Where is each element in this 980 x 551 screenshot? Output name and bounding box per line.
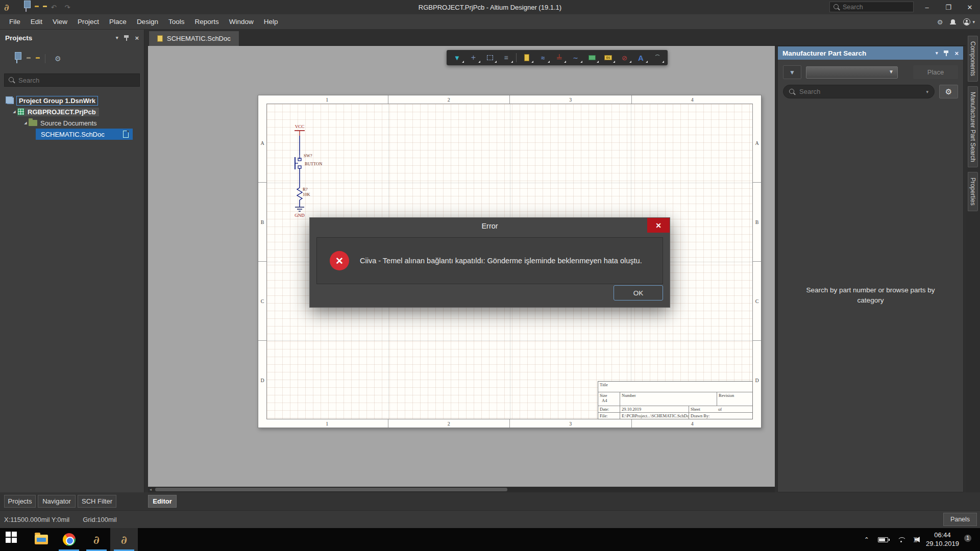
global-search-input[interactable] bbox=[843, 4, 910, 11]
project-tree: Project Group 1.DsnWrk ◢ RGBPROJECT.PrjP… bbox=[0, 95, 144, 140]
editor-tab[interactable]: Editor bbox=[148, 495, 177, 508]
switch-comment: BUTTON bbox=[305, 161, 322, 166]
panel-menu-chevron-icon[interactable]: ▾ bbox=[936, 51, 938, 56]
menu-project[interactable]: Project bbox=[72, 16, 104, 28]
menu-edit[interactable]: Edit bbox=[26, 16, 47, 28]
menu-help[interactable]: Help bbox=[259, 16, 283, 28]
menu-file[interactable]: File bbox=[4, 16, 26, 28]
preferences-gear-icon[interactable]: ⚙ bbox=[937, 18, 943, 26]
bottom-tab-sch-filter[interactable]: SCH Filter bbox=[78, 495, 116, 508]
panels-button[interactable]: Panels bbox=[943, 513, 977, 526]
undo-icon[interactable]: ↶ bbox=[51, 4, 57, 11]
altium-app-button[interactable]: ∂ bbox=[83, 528, 110, 551]
scroll-left-arrow-icon[interactable]: ◂ bbox=[148, 487, 154, 492]
panel-menu-chevron-icon[interactable]: ▾ bbox=[116, 35, 118, 40]
save-all-button[interactable] bbox=[26, 3, 27, 12]
selection-icon[interactable] bbox=[482, 52, 498, 64]
tree-expand-icon[interactable]: ◢ bbox=[22, 121, 29, 125]
user-icon bbox=[963, 18, 970, 26]
bottom-tab-row: Projects Navigator SCH Filter Editor bbox=[0, 492, 980, 510]
tab-components[interactable]: Components bbox=[968, 36, 978, 82]
place-directive-icon[interactable]: ⊘ bbox=[617, 52, 632, 64]
schematic-doc-label: SCHEMATIC.SchDoc bbox=[41, 131, 105, 138]
tree-item-project[interactable]: ◢ RGBPROJECT.PrjPcb bbox=[0, 106, 144, 117]
mps-empty-message: Search by part number or browse parts by… bbox=[801, 285, 940, 305]
taskbar-clock[interactable]: 06:44 29.10.2019 bbox=[926, 531, 959, 548]
ok-button[interactable]: OK bbox=[614, 285, 663, 300]
sheet-zone-rows-left: ABCD bbox=[258, 104, 266, 419]
restore-button[interactable]: ❐ bbox=[938, 0, 959, 14]
chrome-button[interactable] bbox=[55, 528, 83, 551]
error-icon: ✕ bbox=[330, 251, 349, 270]
altium-app-button-active[interactable]: ∂ bbox=[110, 528, 138, 551]
tab-properties[interactable]: Properties bbox=[968, 172, 978, 211]
panel-pin-icon[interactable] bbox=[124, 35, 129, 41]
close-button[interactable]: ✕ bbox=[960, 0, 980, 14]
project-group-icon bbox=[7, 97, 14, 104]
pcb-project-icon bbox=[17, 108, 24, 115]
panel-close-icon[interactable]: × bbox=[954, 50, 959, 57]
menu-design[interactable]: Design bbox=[132, 16, 163, 28]
error-dialog-body: ✕ Ciiva - Temel alınan bağlantı kapatıld… bbox=[316, 237, 663, 284]
altium-logo-icon: ∂ bbox=[4, 2, 9, 13]
settings-gear-icon[interactable]: ⚙ bbox=[55, 55, 61, 63]
scrollbar-thumb[interactable] bbox=[155, 488, 507, 491]
right-panel-strip: Components Manufacturer Part Search Prop… bbox=[966, 30, 980, 492]
align-icon[interactable]: ≡ bbox=[498, 52, 514, 64]
mps-category-dropdown[interactable]: ▼ bbox=[806, 66, 898, 79]
minimize-button[interactable]: – bbox=[917, 0, 937, 14]
place-sheet-symbol-icon[interactable] bbox=[584, 52, 600, 64]
projects-search-input[interactable] bbox=[18, 77, 135, 84]
filter-icon[interactable]: ▼ bbox=[449, 52, 465, 64]
bottom-tab-navigator[interactable]: Navigator bbox=[38, 495, 76, 508]
start-button[interactable] bbox=[0, 528, 28, 551]
tray-chevron-up-icon[interactable]: ⌃ bbox=[864, 536, 869, 543]
menu-view[interactable]: View bbox=[47, 16, 72, 28]
tree-item-project-group[interactable]: Project Group 1.DsnWrk bbox=[0, 95, 144, 106]
wifi-icon[interactable] bbox=[897, 536, 906, 543]
menu-tools[interactable]: Tools bbox=[163, 16, 190, 28]
grid-setting: Grid:100mil bbox=[83, 516, 116, 523]
mps-search-input[interactable] bbox=[799, 88, 922, 95]
horizontal-scrollbar[interactable]: ◂ bbox=[148, 487, 775, 492]
user-account-button[interactable]: ▾ bbox=[963, 18, 975, 26]
panel-pin-icon[interactable] bbox=[944, 50, 948, 56]
gear-icon: ⚙ bbox=[945, 87, 952, 96]
place-arc-icon[interactable] bbox=[649, 52, 665, 64]
tree-item-source-documents[interactable]: ◢ Source Documents bbox=[0, 117, 144, 129]
mps-place-button[interactable]: Place bbox=[913, 65, 958, 79]
schematic-circuit[interactable]: VCC SW? BUTTON R? 10K GND bbox=[285, 122, 341, 219]
volume-icon[interactable]: ))) bbox=[915, 537, 917, 542]
battery-icon[interactable] bbox=[878, 537, 888, 542]
dialog-close-button[interactable]: ✕ bbox=[647, 218, 670, 233]
panel-close-icon[interactable]: × bbox=[135, 35, 139, 41]
place-signal-icon[interactable]: ∼ bbox=[568, 52, 583, 64]
mps-settings-button[interactable]: ⚙ bbox=[939, 85, 958, 98]
place-wire-icon[interactable]: ≈ bbox=[535, 52, 551, 64]
mps-search-box[interactable]: ▾ bbox=[783, 85, 935, 98]
crosshair-icon[interactable]: + bbox=[465, 52, 481, 64]
save-all-icon bbox=[26, 2, 27, 12]
projects-search-box[interactable] bbox=[4, 73, 140, 87]
tab-manufacturer-part-search[interactable]: Manufacturer Part Search bbox=[968, 86, 978, 167]
tab-schematic-schdoc[interactable]: SCHEMATIC.SchDoc bbox=[149, 31, 239, 46]
menu-reports[interactable]: Reports bbox=[189, 16, 224, 28]
compile-button[interactable] bbox=[16, 54, 17, 63]
menu-window[interactable]: Window bbox=[224, 16, 259, 28]
tree-item-schematic-doc[interactable]: SCHEMATIC.SchDoc bbox=[0, 129, 144, 140]
place-harness-icon[interactable]: D1 bbox=[600, 52, 616, 64]
place-power-port-icon[interactable]: ╧ bbox=[551, 52, 567, 64]
place-part-icon[interactable] bbox=[519, 52, 534, 64]
redo-icon[interactable]: ↷ bbox=[65, 4, 70, 11]
file-explorer-button[interactable] bbox=[28, 528, 55, 551]
notifications-bell-icon[interactable] bbox=[950, 19, 956, 26]
project-label: RGBPROJECT.PrjPcb bbox=[28, 108, 96, 116]
toolbar-divider bbox=[516, 53, 517, 62]
bottom-tab-projects[interactable]: Projects bbox=[4, 495, 36, 508]
tree-expand-icon[interactable]: ◢ bbox=[11, 110, 17, 114]
menu-place[interactable]: Place bbox=[104, 16, 132, 28]
global-search-box[interactable] bbox=[829, 2, 914, 12]
mps-filter-button[interactable]: ▼ bbox=[783, 65, 801, 79]
place-text-icon[interactable]: A bbox=[633, 52, 649, 64]
cursor-coordinates: X:11500.000mil Y:0mil bbox=[0, 516, 69, 523]
